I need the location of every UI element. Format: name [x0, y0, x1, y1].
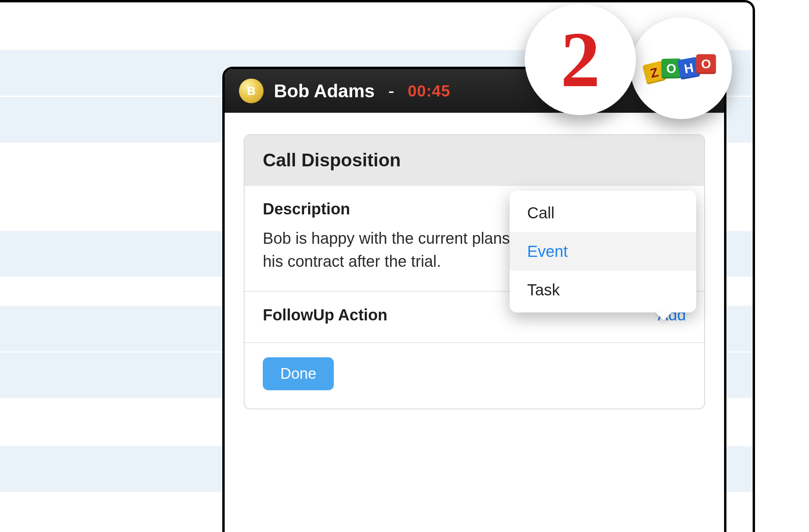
call-panel: B Bob Adams - 00:45 Call Disposition Des… [222, 67, 726, 532]
step-number: 2 [561, 20, 600, 99]
dropdown-item-call[interactable]: Call [510, 194, 696, 232]
call-timer: 00:45 [408, 82, 450, 100]
actions-section: Done [245, 342, 704, 409]
followup-label: FollowUp Action [263, 306, 387, 324]
followup-dropdown[interactable]: Call Event Task [510, 191, 696, 312]
dropdown-item-task[interactable]: Task [510, 271, 696, 309]
zoho-logo-icon: Z O H O [645, 55, 717, 82]
contact-avatar: B [239, 79, 264, 103]
step-number-badge: 2 [525, 4, 636, 115]
card-title: Call Disposition [245, 135, 704, 185]
avatar-initial: B [247, 84, 256, 98]
disposition-card: Call Disposition Description Bob is happ… [244, 134, 705, 409]
contact-name: Bob Adams [274, 80, 375, 102]
dropdown-item-event[interactable]: Event [510, 232, 696, 271]
zoho-logo-badge: Z O H O [630, 17, 732, 119]
done-button[interactable]: Done [263, 357, 334, 390]
separator: - [388, 80, 394, 102]
call-panel-body: Call Disposition Description Bob is happ… [225, 113, 724, 417]
